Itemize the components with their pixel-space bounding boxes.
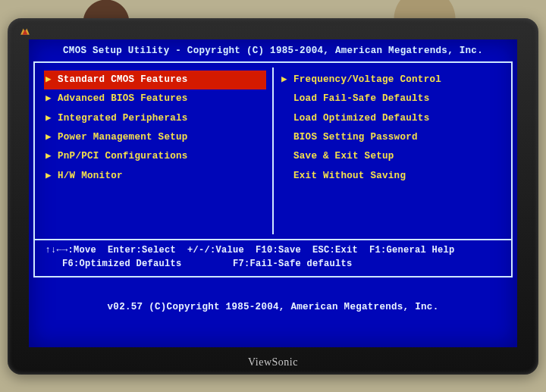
monitor-bezel: CMOS Setup Utility - Copyright (C) 1985-…: [8, 18, 538, 375]
bios-footer: v02.57 (C)Copyright 1985-2004, American …: [33, 278, 513, 315]
menu-item-label: Save & Exit Setup: [293, 149, 394, 164]
menu-item[interactable]: ▶Load Fail-Safe Defaults: [280, 89, 502, 108]
bios-screen: CMOS Setup Utility - Copyright (C) 1985-…: [29, 39, 517, 347]
menu-item[interactable]: ▶Standard CMOS Features: [44, 71, 266, 89]
menu-item[interactable]: ▶Exit Without Saving: [280, 167, 502, 186]
menu-item[interactable]: ▶PnP/PCI Configurations: [44, 147, 266, 166]
menu-item-label: BIOS Setting Password: [293, 130, 418, 145]
menu-item-label: PnP/PCI Configurations: [58, 149, 188, 164]
menu-item-label: Integrated Peripherals: [58, 111, 188, 126]
menu-panel: ▶Standard CMOS Features▶Advanced BIOS Fe…: [33, 61, 513, 240]
menu-item-label: Standard CMOS Features: [58, 73, 188, 87]
help-line-2: F6:Optimized Defaults F7:Fail-Safe defau…: [39, 259, 353, 269]
menu-column-left: ▶Standard CMOS Features▶Advanced BIOS Fe…: [38, 67, 272, 234]
menu-item[interactable]: ▶Advanced BIOS Features: [44, 89, 266, 108]
menu-item-label: Frequency/Voltage Control: [293, 73, 441, 87]
menu-item-label: H/W Monitor: [58, 169, 123, 183]
menu-item-label: Load Fail-Safe Defaults: [293, 92, 429, 106]
help-bar: ↑↓←→:Move Enter:Select +/-/:Value F10:Sa…: [33, 240, 513, 278]
menu-item[interactable]: ▶H/W Monitor: [44, 167, 266, 186]
menu-item-label: Power Management Setup: [58, 130, 188, 145]
triangle-right-icon: ▶: [281, 73, 289, 87]
menu-column-right: ▶Frequency/Voltage Control▶Load Fail-Saf…: [274, 67, 508, 234]
menu-item[interactable]: ▶Integrated Peripherals: [44, 109, 266, 128]
menu-item-label: Load Optimized Defaults: [293, 111, 429, 126]
viewsonic-logo-icon: [20, 26, 30, 36]
menu-item[interactable]: ▶BIOS Setting Password: [280, 128, 502, 147]
triangle-right-icon: ▶: [46, 73, 53, 87]
menu-item[interactable]: ▶Load Optimized Defaults: [280, 109, 502, 128]
bios-title: CMOS Setup Utility - Copyright (C) 1985-…: [33, 42, 513, 61]
menu-item-label: Exit Without Saving: [293, 169, 406, 183]
help-line-1: ↑↓←→:Move Enter:Select +/-/:Value F10:Sa…: [39, 245, 455, 256]
menu-item[interactable]: ▶Frequency/Voltage Control: [280, 71, 502, 89]
menu-item[interactable]: ▶Save & Exit Setup: [280, 147, 502, 166]
menu-item-label: Advanced BIOS Features: [58, 92, 188, 106]
menu-item[interactable]: ▶Power Management Setup: [44, 128, 266, 147]
triangle-right-icon: ▶: [46, 169, 53, 183]
triangle-right-icon: ▶: [46, 111, 53, 126]
triangle-right-icon: ▶: [46, 92, 53, 106]
monitor-brand-label: ViewSonic: [8, 356, 538, 368]
triangle-right-icon: ▶: [46, 130, 53, 145]
triangle-right-icon: ▶: [46, 149, 53, 164]
